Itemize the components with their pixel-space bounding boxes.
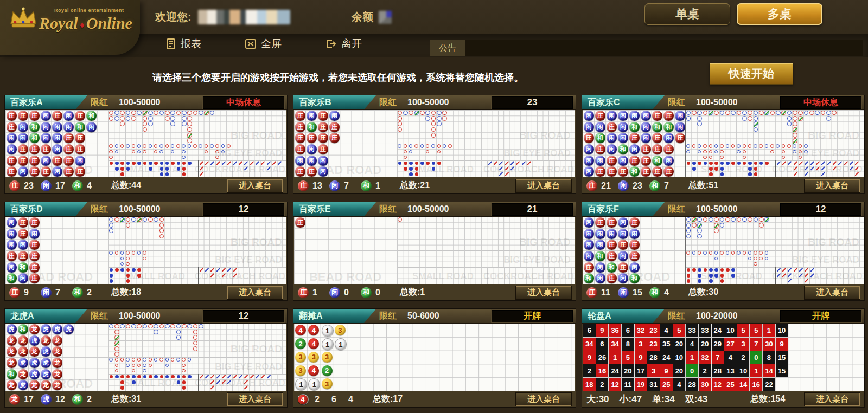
- small-road-mark: [120, 172, 124, 176]
- watermark-big-road: BIG ROAD: [519, 130, 571, 141]
- bead-b: 庄: [595, 111, 605, 121]
- table-footer: 龙17虎12和2总数:31进入桌台: [5, 391, 287, 408]
- big-road-mark: [193, 341, 198, 346]
- big-road-mark: [720, 223, 725, 228]
- enter-table-button[interactable]: 进入桌台: [227, 179, 283, 192]
- bead-t: 和: [652, 122, 662, 132]
- small-road-mark: [692, 167, 695, 170]
- limit-value: 100-50000: [119, 98, 161, 107]
- roulette-number: 7: [750, 338, 762, 351]
- big-eye-mark: [793, 150, 796, 154]
- bead-t: 和: [629, 122, 640, 132]
- big-eye-mark: [799, 150, 802, 154]
- cockroach-road-mark: [516, 161, 520, 165]
- big-eye-road: BIG EYE ROAD: [397, 250, 575, 268]
- enter-table-button[interactable]: 进入桌台: [805, 179, 860, 192]
- enter-table-button[interactable]: 进入桌台: [227, 393, 283, 406]
- big-road-mark: [754, 116, 758, 121]
- big-road-mark: [159, 324, 164, 329]
- big-road-mark: [742, 217, 747, 222]
- big-road-mark: [692, 217, 697, 222]
- bead-b: 庄: [318, 133, 328, 143]
- small-road-mark: [765, 162, 768, 165]
- enter-table-button[interactable]: 进入桌台: [516, 393, 571, 406]
- big-road-mark: [764, 111, 769, 115]
- bead-b: 庄: [295, 217, 305, 228]
- table-card-baccarat-f[interactable]: 百家乐F限红100-5000012BEAD ROAD闲庄庄闲庄闲闲闲闲闲闲闲庄庄…: [582, 202, 865, 301]
- cockroach-road-mark: [210, 161, 214, 165]
- bead-p: 闲: [41, 156, 51, 166]
- big-eye-mark: [182, 156, 186, 159]
- bead-p: 闲: [584, 111, 594, 121]
- roulette-number: 12: [609, 378, 621, 391]
- watermark-small-road: SMALL ROAD: [124, 271, 185, 282]
- cockroach-road-mark: [239, 161, 242, 165]
- roulette-number: 2: [596, 378, 609, 391]
- roulette-stat: 大:30: [586, 393, 609, 405]
- small-road-mark: [731, 162, 735, 165]
- bead-t: 和: [663, 122, 674, 132]
- big-eye-mark: [714, 257, 718, 261]
- cockroach-road-mark: [250, 375, 253, 378]
- bead-p: 闲: [7, 262, 17, 273]
- table-card-baccarat-e[interactable]: 百家乐E限红100-5000021BEAD ROAD庄BIG ROADBIG E…: [293, 202, 576, 301]
- small-road-mark: [115, 167, 118, 170]
- roulette-number: 9: [635, 351, 647, 364]
- big-road-mark: [793, 111, 797, 115]
- small-road-mark: [709, 162, 712, 165]
- stat-count: 17: [24, 395, 37, 404]
- bead-b: 庄: [29, 217, 40, 228]
- fantan-count: 6: [331, 395, 344, 404]
- big-road-mark: [398, 111, 403, 115]
- cockroach-road-mark: [244, 380, 248, 384]
- big-road-mark: [409, 111, 413, 115]
- bead-b: 龙: [7, 380, 17, 390]
- big-road-mark: [193, 346, 198, 351]
- table-card-baccarat-b[interactable]: 百家乐B限红100-5000023BEAD ROAD庄闲庄闲庄和庄庄庄庄庄庄庄闲…: [293, 95, 576, 194]
- table-card-fantan-a[interactable]: 翻摊A限红50-6000开牌4413241133334211315223644总…: [293, 308, 576, 408]
- big-road-mark: [793, 127, 797, 132]
- enter-table-button[interactable]: 进入桌台: [805, 286, 860, 299]
- big-road-mark: [199, 111, 203, 115]
- multi-table-button[interactable]: 多桌: [737, 3, 822, 25]
- big-road-mark: [692, 223, 697, 228]
- menu-leave[interactable]: 离开: [325, 37, 362, 51]
- big-road-mark: [748, 116, 752, 121]
- big-eye-mark: [748, 144, 752, 148]
- enter-table-button[interactable]: 进入桌台: [805, 393, 860, 406]
- roulette-number: 5: [673, 324, 686, 337]
- roulette-number: 14: [763, 364, 775, 377]
- big-road-mark: [686, 228, 691, 233]
- cockroach-road-mark: [793, 268, 797, 272]
- enter-table-button[interactable]: 进入桌台: [227, 286, 283, 299]
- big-road-mark: [787, 116, 792, 121]
- menu-items: 报表 全屏 离开: [165, 37, 362, 51]
- small-road-mark: [126, 268, 130, 272]
- table-card-baccarat-c[interactable]: 百家乐C限红100-50000中场休息BEAD ROAD闲庄闲闲闲闲庄庄闲闲闲庄…: [582, 95, 865, 194]
- watermark-big-road: BIG ROAD: [808, 130, 859, 141]
- big-eye-mark: [703, 150, 707, 154]
- small-road-mark: [188, 375, 191, 378]
- single-table-button[interactable]: 单桌: [644, 3, 730, 25]
- bead-b: 龙: [52, 346, 62, 357]
- table-card-baccarat-a[interactable]: 百家乐A限红100-50000中场休息BEAD ROAD庄庄庄闲庄闲庄和庄闲和闲…: [4, 95, 288, 194]
- big-road-mark: [770, 111, 775, 115]
- table-card-roulette-a[interactable]: 轮盘A限红100-20000开牌693663223453333241055110…: [582, 308, 865, 408]
- table-card-dragon-tiger-a[interactable]: 龙虎A限红100-5000012BEAD ROAD虎和龙虎虎虎龙龙虎龙龙龙龙龙虎…: [4, 308, 288, 408]
- quick-start-button[interactable]: 快速开始: [710, 63, 793, 85]
- menu-fullscreen[interactable]: 全屏: [245, 37, 282, 51]
- stat-p: 闲: [618, 180, 629, 191]
- menu-report[interactable]: 报表: [165, 37, 201, 51]
- table-card-baccarat-d[interactable]: 百家乐D限红100-5000012BEAD ROAD闲庄庄闲庄闲闲闲庄庄庄庄闲和…: [4, 202, 288, 301]
- brand-name: Royal♦Online: [39, 14, 132, 33]
- cockroach-road-mark: [799, 273, 803, 277]
- enter-table-button[interactable]: 进入桌台: [516, 286, 571, 299]
- watermark-cockroach-road: COCKROACH ROAD: [195, 378, 285, 389]
- cockroach-road-mark: [216, 375, 220, 378]
- big-eye-mark: [132, 144, 136, 148]
- big-road-mark: [826, 116, 831, 121]
- small-road: SMALL ROAD: [686, 267, 776, 284]
- table-header: 百家乐F限红100-5000012: [582, 202, 864, 217]
- enter-table-button[interactable]: 进入桌台: [516, 179, 571, 192]
- small-road-mark: [132, 375, 135, 378]
